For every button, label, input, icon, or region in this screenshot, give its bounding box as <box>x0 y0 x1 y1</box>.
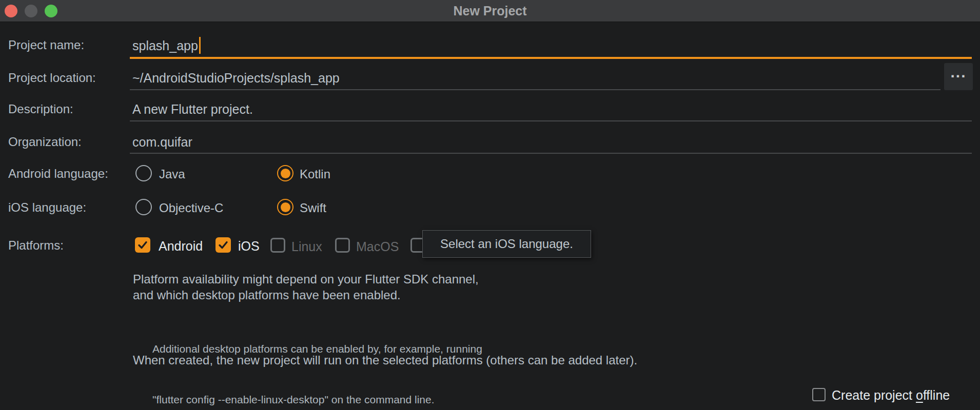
radio-objective-c-label[interactable]: Objective-C <box>159 200 223 216</box>
radio-selected-dot <box>281 169 290 178</box>
platforms-label: Platforms: <box>8 238 64 253</box>
create-offline-prefix: Create project <box>832 388 916 402</box>
ellipsis-icon: ... <box>950 64 966 81</box>
checkbox-linux[interactable] <box>270 238 285 253</box>
create-offline-suffix: ffline <box>923 388 950 402</box>
android-language-label: Android language: <box>8 166 108 181</box>
organization-label: Organization: <box>8 134 82 150</box>
project-location-underline <box>130 89 940 90</box>
checkbox-linux-label[interactable]: Linux <box>291 239 322 255</box>
checkbox-android[interactable] <box>135 237 150 253</box>
desktop-platforms-line2: "flutter config --enable-linux-desktop" … <box>152 391 482 408</box>
platform-availability-line2: and which desktop platforms have been en… <box>133 287 479 303</box>
organization-input[interactable]: com.quifar <box>132 134 192 150</box>
project-name-input[interactable]: splash_app <box>132 37 201 54</box>
checkbox-macos[interactable] <box>335 238 350 253</box>
text-cursor <box>199 37 201 54</box>
create-offline-mnemonic: o <box>916 388 923 402</box>
radio-swift[interactable] <box>277 199 293 215</box>
checkmark-icon <box>136 239 149 251</box>
checkbox-macos-label[interactable]: MacOS <box>356 239 399 255</box>
platform-availability-note: Platform availability might depend on yo… <box>133 271 479 303</box>
organization-underline <box>130 153 972 154</box>
project-location-label: Project location: <box>8 70 96 86</box>
project-location-input[interactable]: ~/AndroidStudioProjects/splash_app <box>132 70 340 86</box>
checkbox-android-label[interactable]: Android <box>159 238 203 254</box>
radio-objective-c[interactable] <box>135 199 152 215</box>
project-name-value: splash_app <box>132 38 198 53</box>
radio-java[interactable] <box>135 165 152 181</box>
create-offline-checkbox[interactable] <box>812 388 826 401</box>
checkbox-ios[interactable] <box>215 237 231 253</box>
created-note: When created, the new project will run o… <box>133 352 637 368</box>
radio-kotlin-label[interactable]: Kotlin <box>300 167 330 182</box>
checkbox-ios-label[interactable]: iOS <box>238 238 260 254</box>
radio-selected-dot <box>281 202 290 212</box>
project-name-label: Project name: <box>8 37 84 53</box>
description-input[interactable]: A new Flutter project. <box>132 101 253 117</box>
checkmark-icon <box>217 239 229 251</box>
create-offline-label[interactable]: Create project offline <box>832 387 950 403</box>
validation-tooltip: Select an iOS language. <box>422 230 591 258</box>
ios-language-label: iOS language: <box>8 200 86 215</box>
window-title: New Project <box>0 0 980 22</box>
radio-swift-label[interactable]: Swift <box>300 200 326 216</box>
description-underline <box>130 120 972 121</box>
radio-java-label[interactable]: Java <box>159 167 185 182</box>
description-label: Description: <box>8 101 73 117</box>
browse-location-button[interactable]: ... <box>944 63 973 90</box>
platform-availability-line1: Platform availability might depend on yo… <box>133 271 479 287</box>
project-name-focus-underline <box>130 57 972 59</box>
radio-kotlin[interactable] <box>277 165 293 181</box>
